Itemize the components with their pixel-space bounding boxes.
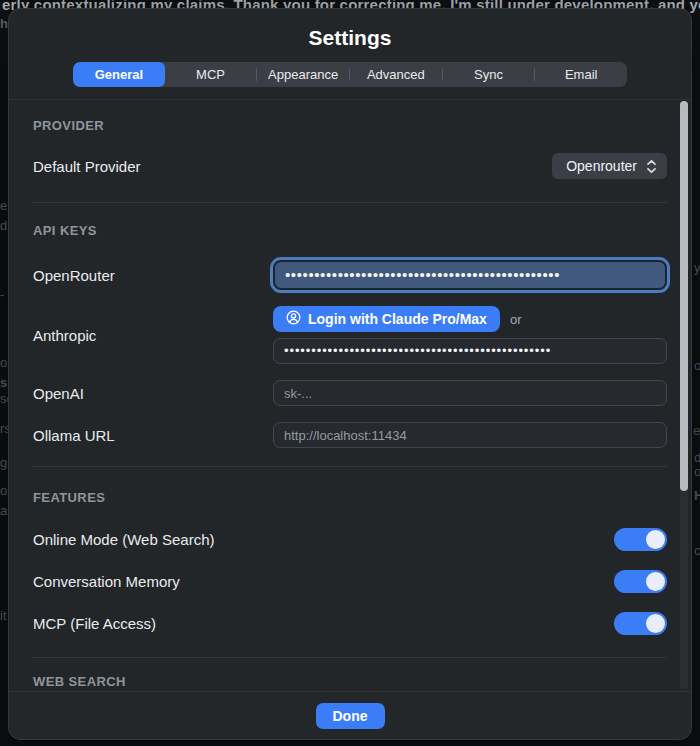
openrouter-key-row: OpenRouter •••••••••••••••••••••••••••••… xyxy=(33,260,667,290)
conversation-memory-toggle[interactable] xyxy=(614,570,667,593)
background-text-fragment: o xyxy=(694,464,700,479)
background-text-fragment: o xyxy=(694,358,700,373)
section-header-features: FEATURES xyxy=(33,490,667,505)
background-text-fragment: o xyxy=(0,355,7,370)
dialog-footer: Done xyxy=(9,691,691,739)
dialog-header: Settings General MCP Appearance Advanced… xyxy=(9,9,691,87)
section-divider xyxy=(33,466,667,467)
mcp-file-access-row: MCP (File Access) xyxy=(33,612,667,635)
default-provider-label: Default Provider xyxy=(33,158,141,175)
ollama-url-label: Ollama URL xyxy=(33,427,115,444)
masked-api-key: ••••••••••••••••••••••••••••••••••••••••… xyxy=(285,267,560,282)
provider-select-value: Openrouter xyxy=(566,158,637,174)
background-text-fragment: g xyxy=(0,455,7,470)
section-header-provider: PROVIDER xyxy=(33,118,667,133)
settings-dialog: Settings General MCP Appearance Advanced… xyxy=(8,8,692,740)
masked-api-key: ••••••••••••••••••••••••••••••••••••••••… xyxy=(284,344,551,357)
background-text-fragment: er xyxy=(693,423,700,438)
ollama-url-input[interactable]: http://localhost:11434 xyxy=(273,422,667,448)
conversation-memory-label: Conversation Memory xyxy=(33,573,180,590)
tab-sync[interactable]: Sync xyxy=(443,62,535,87)
background-text-fragment: d xyxy=(694,450,700,465)
online-mode-toggle[interactable] xyxy=(614,528,667,551)
toggle-knob xyxy=(646,530,665,549)
openai-label: OpenAI xyxy=(33,385,84,402)
anthropic-label: Anthropic xyxy=(33,327,96,344)
openai-placeholder: sk-... xyxy=(284,386,312,401)
background-text-fragment: - xyxy=(0,287,4,302)
section-divider xyxy=(33,657,667,658)
tab-general[interactable]: General xyxy=(73,62,165,87)
background-text-fragment: o xyxy=(0,483,7,498)
tab-mcp[interactable]: MCP xyxy=(165,62,257,87)
background-text-fragment: it xyxy=(0,608,7,623)
online-mode-label: Online Mode (Web Search) xyxy=(33,531,214,548)
or-text: or xyxy=(510,312,522,327)
done-button[interactable]: Done xyxy=(316,703,385,729)
section-header-web-search: WEB SEARCH xyxy=(33,674,667,689)
page-title: Settings xyxy=(9,26,691,50)
openai-key-input[interactable]: sk-... xyxy=(273,380,667,406)
toggle-knob xyxy=(646,572,665,591)
openrouter-label: OpenRouter xyxy=(33,267,115,284)
default-provider-row: Default Provider Openrouter xyxy=(33,153,667,179)
section-header-api-keys: API KEYS xyxy=(33,223,667,238)
login-claude-label: Login with Claude Pro/Max xyxy=(308,311,487,327)
login-claude-button[interactable]: Login with Claude Pro/Max xyxy=(273,306,500,332)
tab-email[interactable]: Email xyxy=(535,62,627,87)
ollama-url-row: Ollama URL http://localhost:11434 xyxy=(33,422,667,448)
anthropic-key-row: Anthropic Login with Claude Pro/Max xyxy=(33,306,667,364)
section-divider xyxy=(33,202,667,203)
chevron-up-down-icon xyxy=(646,159,657,174)
toggle-knob xyxy=(646,614,665,633)
settings-scroll-area[interactable]: PROVIDER Default Provider Openrouter API… xyxy=(9,99,691,691)
settings-tabbar: General MCP Appearance Advanced Sync Ema… xyxy=(73,62,627,87)
background-text-fragment: d xyxy=(0,218,7,233)
provider-select[interactable]: Openrouter xyxy=(552,153,667,179)
tab-appearance[interactable]: Appearance xyxy=(257,62,349,87)
background-text-fragment: H xyxy=(694,488,700,503)
online-mode-row: Online Mode (Web Search) xyxy=(33,528,667,551)
ollama-url-placeholder: http://localhost:11434 xyxy=(284,428,407,443)
anthropic-key-input[interactable]: ••••••••••••••••••••••••••••••••••••••••… xyxy=(273,338,667,364)
scrollbar-thumb[interactable] xyxy=(680,101,688,491)
user-circle-icon xyxy=(286,310,301,328)
mcp-file-access-toggle[interactable] xyxy=(614,612,667,635)
openai-key-row: OpenAI sk-... xyxy=(33,380,667,406)
tab-advanced[interactable]: Advanced xyxy=(350,62,442,87)
conversation-memory-row: Conversation Memory xyxy=(33,570,667,593)
background-text-fragment: c xyxy=(694,543,700,558)
openrouter-key-input[interactable]: ••••••••••••••••••••••••••••••••••••••••… xyxy=(273,260,667,290)
background-text-fragment: y xyxy=(694,260,700,275)
mcp-file-access-label: MCP (File Access) xyxy=(33,615,156,632)
background-text-fragment: s xyxy=(0,375,7,390)
